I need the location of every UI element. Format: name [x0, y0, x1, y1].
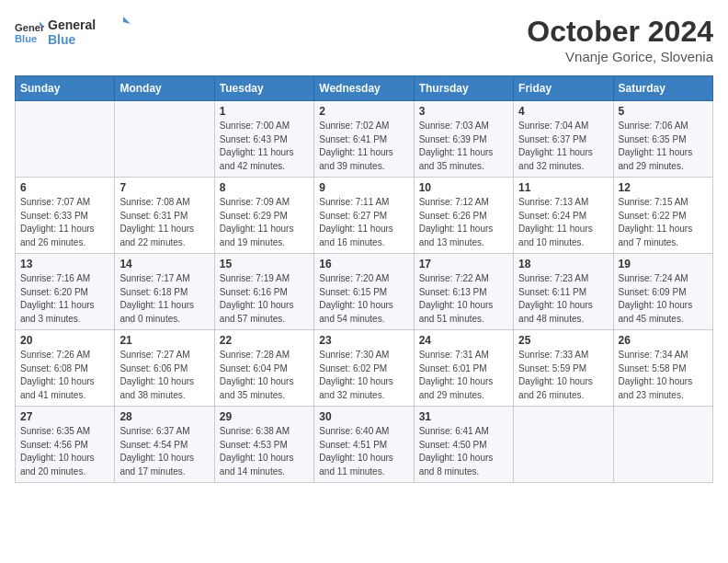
calendar-cell: 15Sunrise: 7:19 AM Sunset: 6:16 PM Dayli…: [214, 254, 313, 330]
calendar-cell: 14Sunrise: 7:17 AM Sunset: 6:18 PM Dayli…: [115, 254, 214, 330]
calendar-cell: [514, 407, 613, 483]
svg-text:General: General: [48, 17, 96, 32]
day-info: Sunrise: 6:37 AM Sunset: 4:54 PM Dayligh…: [119, 425, 209, 478]
calendar-cell: 1Sunrise: 7:00 AM Sunset: 6:43 PM Daylig…: [214, 101, 313, 178]
day-number: 12: [619, 181, 708, 194]
day-number: 9: [319, 181, 408, 194]
day-number: 23: [319, 334, 408, 347]
day-info: Sunrise: 7:26 AM Sunset: 6:08 PM Dayligh…: [20, 349, 109, 402]
logo: General Blue General Blue: [15, 15, 131, 52]
calendar-cell: 10Sunrise: 7:12 AM Sunset: 6:26 PM Dayli…: [414, 178, 513, 254]
calendar-cell: 7Sunrise: 7:08 AM Sunset: 6:31 PM Daylig…: [115, 178, 214, 254]
svg-text:Blue: Blue: [48, 32, 76, 47]
calendar-week-row: 27Sunrise: 6:35 AM Sunset: 4:56 PM Dayli…: [16, 407, 713, 483]
day-info: Sunrise: 7:33 AM Sunset: 5:59 PM Dayligh…: [518, 349, 608, 402]
logo-icon: General Blue: [15, 18, 44, 48]
day-info: Sunrise: 7:24 AM Sunset: 6:09 PM Dayligh…: [619, 272, 708, 326]
day-info: Sunrise: 7:17 AM Sunset: 6:18 PM Dayligh…: [119, 272, 209, 326]
day-info: Sunrise: 7:30 AM Sunset: 6:02 PM Dayligh…: [319, 349, 408, 402]
calendar-cell: 4Sunrise: 7:04 AM Sunset: 6:37 PM Daylig…: [514, 101, 613, 178]
weekday-header-thursday: Thursday: [414, 76, 513, 101]
day-info: Sunrise: 7:15 AM Sunset: 6:22 PM Dayligh…: [619, 196, 708, 249]
day-info: Sunrise: 7:13 AM Sunset: 6:24 PM Dayligh…: [518, 196, 608, 249]
weekday-header-wednesday: Wednesday: [314, 76, 414, 101]
calendar-cell: [613, 407, 712, 483]
day-info: Sunrise: 7:23 AM Sunset: 6:11 PM Dayligh…: [518, 272, 608, 326]
day-info: Sunrise: 7:31 AM Sunset: 6:01 PM Dayligh…: [419, 349, 508, 402]
calendar-cell: 21Sunrise: 7:27 AM Sunset: 6:06 PM Dayli…: [115, 330, 214, 407]
calendar-cell: 2Sunrise: 7:02 AM Sunset: 6:41 PM Daylig…: [314, 101, 414, 178]
weekday-header-monday: Monday: [115, 76, 214, 101]
calendar-body: 1Sunrise: 7:00 AM Sunset: 6:43 PM Daylig…: [16, 101, 713, 483]
day-info: Sunrise: 6:35 AM Sunset: 4:56 PM Dayligh…: [20, 425, 109, 478]
day-info: Sunrise: 7:08 AM Sunset: 6:31 PM Dayligh…: [119, 196, 209, 249]
calendar-cell: 29Sunrise: 6:38 AM Sunset: 4:53 PM Dayli…: [214, 407, 313, 483]
calendar-cell: 27Sunrise: 6:35 AM Sunset: 4:56 PM Dayli…: [16, 407, 115, 483]
day-number: 2: [319, 105, 408, 118]
calendar-cell: 26Sunrise: 7:34 AM Sunset: 5:58 PM Dayli…: [613, 330, 712, 407]
day-info: Sunrise: 6:41 AM Sunset: 4:50 PM Dayligh…: [419, 425, 508, 478]
day-number: 5: [619, 105, 708, 118]
day-info: Sunrise: 7:11 AM Sunset: 6:27 PM Dayligh…: [319, 196, 408, 249]
calendar-week-row: 1Sunrise: 7:00 AM Sunset: 6:43 PM Daylig…: [16, 101, 713, 178]
day-info: Sunrise: 7:16 AM Sunset: 6:20 PM Dayligh…: [20, 272, 109, 326]
day-info: Sunrise: 7:09 AM Sunset: 6:29 PM Dayligh…: [220, 196, 309, 249]
day-number: 18: [518, 258, 608, 270]
day-info: Sunrise: 7:28 AM Sunset: 6:04 PM Dayligh…: [220, 349, 309, 402]
day-number: 7: [119, 181, 209, 194]
calendar-cell: 8Sunrise: 7:09 AM Sunset: 6:29 PM Daylig…: [214, 178, 313, 254]
day-number: 28: [119, 410, 209, 423]
calendar-cell: 25Sunrise: 7:33 AM Sunset: 5:59 PM Dayli…: [514, 330, 613, 407]
day-number: 1: [220, 105, 309, 118]
day-number: 14: [119, 258, 209, 270]
location: Vnanje Gorice, Slovenia: [527, 49, 713, 64]
weekday-header-row: SundayMondayTuesdayWednesdayThursdayFrid…: [16, 76, 713, 101]
day-number: 13: [20, 258, 109, 270]
day-info: Sunrise: 6:38 AM Sunset: 4:53 PM Dayligh…: [220, 425, 309, 478]
calendar-cell: 20Sunrise: 7:26 AM Sunset: 6:08 PM Dayli…: [16, 330, 115, 407]
calendar-header: SundayMondayTuesdayWednesdayThursdayFrid…: [16, 76, 713, 101]
day-number: 26: [619, 334, 708, 347]
day-number: 22: [220, 334, 309, 347]
day-number: 15: [220, 258, 309, 270]
day-info: Sunrise: 7:19 AM Sunset: 6:16 PM Dayligh…: [220, 272, 309, 326]
calendar-cell: 23Sunrise: 7:30 AM Sunset: 6:02 PM Dayli…: [314, 330, 414, 407]
day-number: 10: [419, 181, 508, 194]
general-blue-logo: General Blue: [48, 15, 131, 48]
calendar-cell: 18Sunrise: 7:23 AM Sunset: 6:11 PM Dayli…: [514, 254, 613, 330]
calendar-cell: 28Sunrise: 6:37 AM Sunset: 4:54 PM Dayli…: [115, 407, 214, 483]
day-info: Sunrise: 7:03 AM Sunset: 6:39 PM Dayligh…: [419, 120, 508, 173]
day-info: Sunrise: 7:00 AM Sunset: 6:43 PM Dayligh…: [220, 120, 309, 173]
day-info: Sunrise: 7:12 AM Sunset: 6:26 PM Dayligh…: [419, 196, 508, 249]
weekday-header-sunday: Sunday: [16, 76, 115, 101]
day-number: 31: [419, 410, 508, 423]
day-info: Sunrise: 6:40 AM Sunset: 4:51 PM Dayligh…: [319, 425, 408, 478]
calendar-cell: 5Sunrise: 7:06 AM Sunset: 6:35 PM Daylig…: [613, 101, 712, 178]
title-block: October 2024 Vnanje Gorice, Slovenia: [527, 15, 713, 64]
weekday-header-saturday: Saturday: [613, 76, 712, 101]
calendar-cell: 16Sunrise: 7:20 AM Sunset: 6:15 PM Dayli…: [314, 254, 414, 330]
day-info: Sunrise: 7:02 AM Sunset: 6:41 PM Dayligh…: [319, 120, 408, 173]
weekday-header-friday: Friday: [514, 76, 613, 101]
month-title: October 2024: [527, 15, 713, 49]
day-info: Sunrise: 7:34 AM Sunset: 5:58 PM Dayligh…: [619, 349, 708, 402]
day-number: 4: [518, 105, 608, 118]
day-info: Sunrise: 7:22 AM Sunset: 6:13 PM Dayligh…: [419, 272, 508, 326]
calendar-cell: [115, 101, 214, 178]
calendar-week-row: 20Sunrise: 7:26 AM Sunset: 6:08 PM Dayli…: [16, 330, 713, 407]
weekday-header-tuesday: Tuesday: [214, 76, 313, 101]
calendar-cell: 13Sunrise: 7:16 AM Sunset: 6:20 PM Dayli…: [16, 254, 115, 330]
calendar-table: SundayMondayTuesdayWednesdayThursdayFrid…: [15, 75, 713, 483]
calendar-cell: 6Sunrise: 7:07 AM Sunset: 6:33 PM Daylig…: [16, 178, 115, 254]
day-info: Sunrise: 7:20 AM Sunset: 6:15 PM Dayligh…: [319, 272, 408, 326]
calendar-cell: 19Sunrise: 7:24 AM Sunset: 6:09 PM Dayli…: [613, 254, 712, 330]
calendar-cell: [16, 101, 115, 178]
day-number: 19: [619, 258, 708, 270]
day-number: 6: [20, 181, 109, 194]
day-number: 17: [419, 258, 508, 270]
calendar-cell: 12Sunrise: 7:15 AM Sunset: 6:22 PM Dayli…: [613, 178, 712, 254]
day-number: 3: [419, 105, 508, 118]
day-number: 24: [419, 334, 508, 347]
day-info: Sunrise: 7:04 AM Sunset: 6:37 PM Dayligh…: [518, 120, 608, 173]
day-number: 20: [20, 334, 109, 347]
